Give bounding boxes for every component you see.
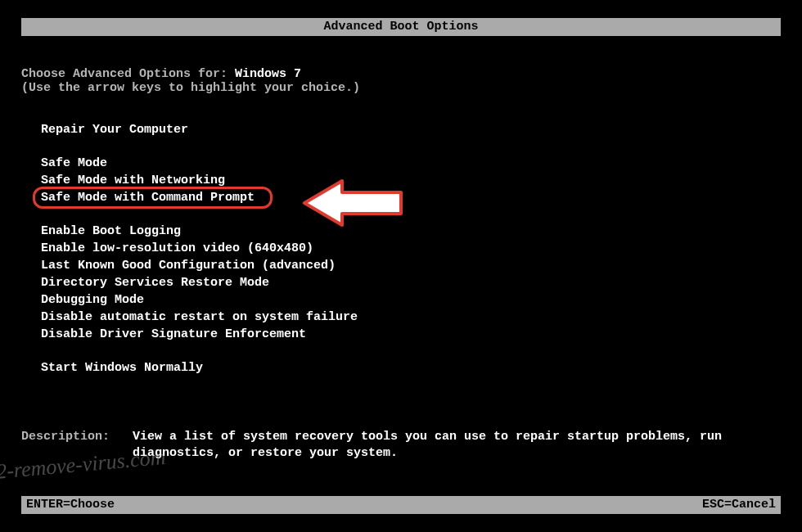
menu-item-label: Disable Driver Signature Enforcement	[41, 327, 306, 341]
intro-block: Choose Advanced Options for: Windows 7 (…	[21, 67, 360, 95]
description-label: Description:	[21, 429, 133, 462]
menu-item-label: Directory Services Restore Mode	[41, 276, 269, 290]
menu-item-label: Debugging Mode	[41, 293, 144, 307]
menu-item-label: Enable Boot Logging	[41, 224, 181, 238]
footer-esc: ESC=Cancel	[702, 496, 776, 514]
boot-menu: Repair Your ComputerSafe ModeSafe Mode w…	[41, 121, 358, 393]
highlight-ring-icon	[33, 187, 273, 209]
menu-item-disable-automatic-restart-on-system-failure[interactable]: Disable automatic restart on system fail…	[41, 309, 358, 326]
menu-item-disable-driver-signature-enforcement[interactable]: Disable Driver Signature Enforcement	[41, 326, 358, 343]
menu-group: Safe ModeSafe Mode with NetworkingSafe M…	[41, 155, 358, 206]
menu-item-label: Safe Mode	[41, 156, 107, 170]
menu-item-label: Enable low-resolution video (640x480)	[41, 241, 313, 255]
footer-bar: ENTER=Choose ESC=Cancel	[21, 496, 781, 514]
menu-item-label: Disable automatic restart on system fail…	[41, 310, 358, 324]
menu-item-directory-services-restore-mode[interactable]: Directory Services Restore Mode	[41, 274, 358, 291]
intro-line-1: Choose Advanced Options for: Windows 7	[21, 67, 360, 81]
menu-item-repair-your-computer[interactable]: Repair Your Computer	[41, 121, 358, 138]
menu-item-enable-boot-logging[interactable]: Enable Boot Logging	[41, 223, 358, 240]
page-title: Advanced Boot Options	[323, 20, 478, 34]
menu-group: Repair Your Computer	[41, 121, 358, 138]
footer-enter: ENTER=Choose	[26, 496, 115, 514]
menu-item-label: Repair Your Computer	[41, 123, 188, 137]
menu-item-enable-low-resolution-video-640x480[interactable]: Enable low-resolution video (640x480)	[41, 240, 358, 257]
intro-hint: (Use the arrow keys to highlight your ch…	[21, 81, 360, 95]
menu-item-label: Safe Mode with Networking	[41, 174, 225, 187]
menu-item-start-windows-normally[interactable]: Start Windows Normally	[41, 359, 358, 376]
title-bar: Advanced Boot Options	[21, 18, 781, 36]
menu-item-last-known-good-configuration-advanced[interactable]: Last Known Good Configuration (advanced)	[41, 257, 358, 274]
menu-item-safe-mode-with-command-prompt[interactable]: Safe Mode with Command Prompt	[41, 189, 358, 206]
menu-group: Enable Boot LoggingEnable low-resolution…	[41, 223, 358, 343]
intro-os: Windows 7	[235, 67, 301, 81]
menu-group: Start Windows Normally	[41, 359, 358, 376]
menu-item-label: Last Known Good Configuration (advanced)	[41, 259, 336, 273]
menu-item-label: Safe Mode with Command Prompt	[41, 189, 255, 206]
description-text: View a list of system recovery tools you…	[133, 429, 781, 462]
intro-prefix: Choose Advanced Options for:	[21, 67, 235, 81]
menu-item-debugging-mode[interactable]: Debugging Mode	[41, 291, 358, 309]
menu-item-safe-mode-with-networking[interactable]: Safe Mode with Networking	[41, 172, 358, 189]
menu-item-safe-mode[interactable]: Safe Mode	[41, 155, 358, 172]
menu-item-label: Start Windows Normally	[41, 361, 203, 375]
description-block: Description: View a list of system recov…	[21, 429, 781, 462]
